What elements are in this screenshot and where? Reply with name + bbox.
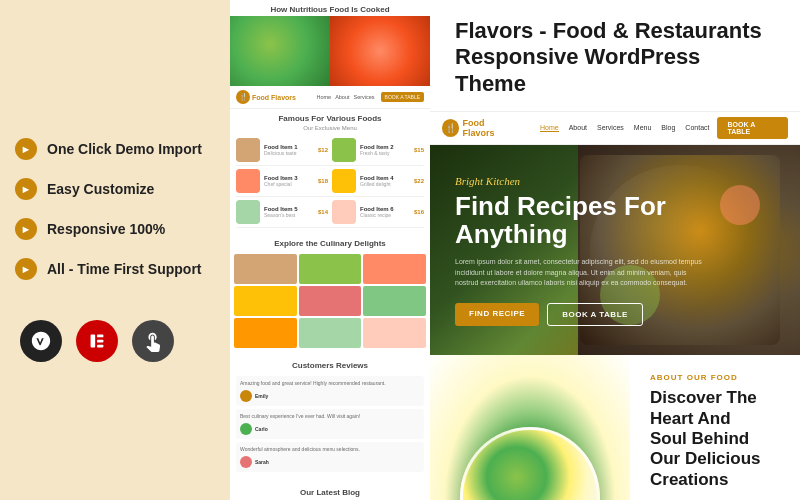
feature-label-1: One Click Demo Import — [47, 141, 202, 157]
food-mosaic — [230, 16, 430, 86]
center-panel: How Nutritious Food Is Cooked 🍴 Food Fla… — [230, 0, 430, 500]
menu-price-2: $18 — [318, 178, 328, 184]
menu-info-1: Food Item 1 Delicious taste — [264, 144, 314, 156]
theme-preview: 🍴 Food Flavors Home About Services Menu … — [430, 112, 800, 500]
wordpress-icon — [20, 320, 62, 362]
technology-icons — [15, 320, 215, 362]
feature-item-support: ► All - Time First Support — [15, 258, 215, 280]
menu-info-3: Food Item 5 Season's best — [264, 206, 314, 218]
svg-rect-3 — [97, 345, 103, 348]
menu-table: Food Item 1 Delicious taste $12 Food Ite… — [230, 135, 430, 228]
preview-logo-icon: 🍴 — [442, 119, 459, 137]
mosaic-cell-2 — [330, 16, 430, 86]
menu-title: Famous For Various Foods — [230, 109, 430, 125]
menu-row-3: Food Item 5 Season's best $14 Food Item … — [236, 197, 424, 228]
reviewer-name-1: Emily — [255, 393, 268, 399]
prev-nav-blog[interactable]: Blog — [661, 124, 675, 132]
reviewer-avatar-2 — [240, 423, 252, 435]
gallery-cell-6 — [363, 286, 426, 316]
svg-rect-0 — [91, 335, 96, 348]
menu-price-r-2: $22 — [414, 178, 424, 184]
preview-hero: Bright Kitchen Find Recipes For Anything… — [430, 145, 800, 355]
feature-list: ► One Click Demo Import ► Easy Customize… — [15, 138, 215, 280]
menu-img-2 — [236, 169, 260, 193]
gallery-cell-1 — [234, 254, 297, 284]
arrow-icon-2: ► — [15, 178, 37, 200]
theme-title: Flavors - Food & Restaurants Responsive … — [455, 18, 775, 97]
preview-about: ABOUT OUR FOOD Discover The Heart AndSou… — [430, 355, 800, 500]
feature-label-4: All - Time First Support — [47, 261, 202, 277]
reviewer-avatar-3 — [240, 456, 252, 468]
arrow-icon-3: ► — [15, 218, 37, 240]
hero-description: Lorem ipsum dolor sit amet, consectetur … — [455, 257, 705, 289]
review-text-2: Best culinary experience I've ever had. … — [240, 413, 420, 420]
menu-img-r-2 — [332, 169, 356, 193]
gallery-title: Explore the Culinary Delights — [230, 234, 430, 250]
mini-book-btn[interactable]: BOOK A TABLE — [381, 92, 424, 102]
review-card-2: Best culinary experience I've ever had. … — [236, 409, 424, 439]
preview-logo-text: Food Flavors — [462, 118, 517, 138]
gallery-cell-8 — [299, 318, 362, 348]
preview-book-btn[interactable]: BOOK A TABLE — [717, 117, 788, 139]
menu-info-r-3: Food Item 6 Classic recipe — [360, 206, 410, 218]
feature-item-responsive: ► Responsive 100% — [15, 218, 215, 240]
menu-desc-3: Season's best — [264, 212, 314, 218]
prev-nav-home[interactable]: Home — [540, 124, 559, 132]
arrow-icon-4: ► — [15, 258, 37, 280]
how-cooked-title: How Nutritious Food Is Cooked — [230, 0, 430, 16]
theme-title-bar: Flavors - Food & Restaurants Responsive … — [430, 0, 800, 112]
prev-nav-contact[interactable]: Contact — [685, 124, 709, 132]
prev-nav-services[interactable]: Services — [597, 124, 624, 132]
hero-title: Find Recipes For Anything — [455, 192, 675, 249]
touch-icon — [132, 320, 174, 362]
elementor-icon — [76, 320, 118, 362]
reviewer-name-3: Sarah — [255, 459, 269, 465]
preview-logo: 🍴 Food Flavors — [442, 118, 517, 138]
plate-visual — [460, 427, 600, 500]
find-recipe-button[interactable]: FIND RECIPE — [455, 303, 539, 326]
menu-desc-r-2: Grilled delight — [360, 181, 410, 187]
gallery-grid — [230, 250, 430, 352]
feature-item-easy-customize: ► Easy Customize — [15, 178, 215, 200]
about-image — [430, 355, 630, 500]
reviews-section: Amazing food and great service! Highly r… — [230, 372, 430, 479]
reviewer-1: Emily — [240, 390, 420, 402]
preview-nav: 🍴 Food Flavors Home About Services Menu … — [430, 112, 800, 145]
mini-nav-home: Home — [316, 94, 331, 100]
prev-nav-menu[interactable]: Menu — [634, 124, 652, 132]
review-card-3: Wonderful atmosphere and delicious menu … — [236, 442, 424, 472]
gallery-cell-9 — [363, 318, 426, 348]
menu-info-r-1: Food Item 2 Fresh & tasty — [360, 144, 410, 156]
gallery-cell-3 — [363, 254, 426, 284]
gallery-cell-5 — [299, 286, 362, 316]
menu-info-2: Food Item 3 Chef special — [264, 175, 314, 187]
center-scroll[interactable]: How Nutritious Food Is Cooked 🍴 Food Fla… — [230, 0, 430, 500]
reviews-title: Customers Reviews — [230, 356, 430, 372]
menu-subtitle: Our Exclusive Menu — [230, 125, 430, 135]
left-panel: ► One Click Demo Import ► Easy Customize… — [0, 0, 230, 500]
review-card-1: Amazing food and great service! Highly r… — [236, 376, 424, 406]
feature-item-one-click: ► One Click Demo Import — [15, 138, 215, 160]
menu-desc-2: Chef special — [264, 181, 314, 187]
mini-nav-services: Services — [354, 94, 375, 100]
gallery-cell-4 — [234, 286, 297, 316]
about-label: ABOUT OUR FOOD — [650, 373, 780, 382]
menu-price-r-3: $16 — [414, 209, 424, 215]
prev-nav-about[interactable]: About — [569, 124, 587, 132]
mini-logo: 🍴 Food Flavors — [236, 90, 296, 104]
menu-desc-r-3: Classic recipe — [360, 212, 410, 218]
menu-price-r-1: $15 — [414, 147, 424, 153]
theme-title-line2: Responsive WordPress Theme — [455, 44, 700, 95]
menu-img-r-3 — [332, 200, 356, 224]
mini-nav-about: About — [335, 94, 349, 100]
hero-subtitle: Bright Kitchen — [455, 175, 775, 187]
hero-book-table-button[interactable]: BOOK A TABLE — [547, 303, 643, 326]
gallery-cell-2 — [299, 254, 362, 284]
menu-img-r-1 — [332, 138, 356, 162]
svg-rect-2 — [97, 340, 103, 343]
reviewer-name-2: Carlo — [255, 426, 268, 432]
hero-content: Bright Kitchen Find Recipes For Anything… — [455, 175, 775, 326]
menu-price-3: $14 — [318, 209, 328, 215]
menu-price-1: $12 — [318, 147, 328, 153]
mini-nav-links: Home About Services — [316, 94, 374, 100]
